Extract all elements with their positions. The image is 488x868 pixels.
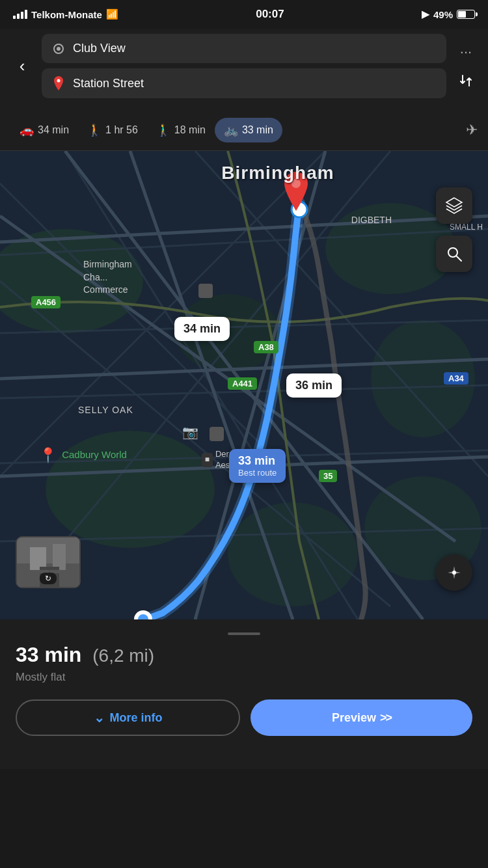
- street-view-360-label: ↻: [40, 573, 57, 584]
- back-button[interactable]: ‹: [10, 55, 34, 78]
- route-description: Mostly flat: [16, 671, 472, 684]
- svg-point-33: [448, 248, 457, 257]
- transport-modes: 🚗 34 min 🚶 1 hr 56 🚶‍♂️ 18 min 🚲 33 min …: [0, 113, 488, 151]
- bike-time: 33 min: [242, 124, 273, 136]
- drive-icon: 🚗: [20, 123, 34, 137]
- road-badge-a456: A456: [31, 296, 61, 308]
- layers-button[interactable]: [436, 187, 472, 224]
- road-badge-a34: A34: [444, 372, 468, 385]
- route-inputs: Club View Station Street: [42, 34, 446, 98]
- walk-time: 1 hr 56: [105, 124, 138, 136]
- status-right: ▶ 49%: [422, 8, 475, 20]
- svg-rect-38: [30, 547, 46, 570]
- chevron-right-icon: >>: [380, 711, 391, 725]
- bike-icon: 🚲: [224, 123, 238, 137]
- map-label-birmingham: Birmingham: [221, 163, 334, 183]
- status-left: Telkom-Monate 📶: [13, 8, 118, 20]
- destination-input-row[interactable]: Station Street: [42, 68, 446, 98]
- chevron-down-icon: ⌄: [94, 710, 105, 726]
- bottom-panel: 33 min (6,2 mi) Mostly flat ⌄ More info …: [0, 619, 488, 769]
- map-label-digbeth: DIGBETH: [351, 215, 392, 225]
- map-label-selly-oak: SELLY OAK: [78, 405, 133, 415]
- more-options-button[interactable]: ···: [454, 40, 478, 64]
- road-badge-35: 35: [319, 470, 337, 482]
- header-top: ‹ Club View: [10, 34, 478, 98]
- mode-drive[interactable]: 🚗 34 min: [10, 118, 78, 142]
- street-view-thumbnail[interactable]: ↻: [16, 536, 81, 588]
- bottom-actions: ⌄ More info Preview >>: [16, 699, 472, 736]
- wifi-icon: 📶: [106, 8, 118, 20]
- origin-icon: [52, 43, 65, 55]
- mode-walk[interactable]: 🚶 1 hr 56: [78, 118, 147, 142]
- carrier-name: Telkom-Monate: [31, 9, 102, 20]
- svg-point-1: [57, 47, 61, 51]
- svg-line-34: [457, 256, 461, 261]
- map-label-bcc: BirminghamCha...Commerce: [83, 258, 132, 297]
- map-container[interactable]: Birmingham DIGBETH SMALL H BirminghamCha…: [0, 151, 488, 619]
- origin-text: Club View: [73, 42, 436, 55]
- route-time-bubble-36[interactable]: 36 min: [286, 373, 342, 398]
- transit-time: 18 min: [174, 124, 206, 136]
- battery-percent: 49%: [433, 9, 453, 20]
- destination-icon: [52, 76, 65, 90]
- destination-text: Station Street: [73, 77, 436, 90]
- search-button[interactable]: [436, 236, 472, 272]
- compass-button[interactable]: [436, 554, 472, 591]
- svg-point-2: [57, 79, 61, 83]
- drive-time: 34 min: [38, 124, 69, 136]
- route-summary-time: 33 min (6,2 mi): [16, 643, 472, 667]
- route-time-bubble-best[interactable]: 33 min Best route: [229, 449, 286, 483]
- map-marker-square-1: [198, 284, 213, 298]
- map-marker-square-2: [210, 427, 224, 441]
- origin-input-row[interactable]: Club View: [42, 34, 446, 63]
- mode-bike[interactable]: 🚲 33 min: [215, 118, 282, 142]
- walk-icon: 🚶: [87, 123, 102, 137]
- svg-rect-39: [53, 544, 66, 570]
- battery-icon: [457, 10, 475, 19]
- swap-directions-button[interactable]: [454, 69, 478, 92]
- map-label-small-h: SMALL H: [450, 223, 483, 232]
- road-badge-a441: A441: [228, 377, 257, 390]
- location-icon: ▶: [422, 8, 429, 20]
- status-time: 00:07: [256, 8, 284, 21]
- svg-point-35: [452, 571, 456, 575]
- signal-bars: [13, 10, 27, 19]
- svg-point-8: [228, 502, 358, 606]
- mode-transit[interactable]: 🚶‍♂️ 18 min: [147, 118, 215, 142]
- transit-icon: 🚶‍♂️: [156, 123, 170, 137]
- camera-icon: 📷: [182, 424, 198, 440]
- status-bar: Telkom-Monate 📶 00:07 ▶ 49%: [0, 0, 488, 29]
- header: ‹ Club View: [0, 29, 488, 113]
- flight-mode-button[interactable]: ✈: [466, 122, 478, 139]
- preview-button[interactable]: Preview >>: [251, 699, 472, 736]
- drag-handle[interactable]: [228, 632, 260, 635]
- route-time-bubble-34[interactable]: 34 min: [174, 317, 230, 341]
- more-info-button[interactable]: ⌄ More info: [16, 699, 240, 736]
- road-badge-a38: A38: [254, 341, 278, 353]
- map-label-cadbury-world: 📍 Cadbury World: [39, 447, 127, 464]
